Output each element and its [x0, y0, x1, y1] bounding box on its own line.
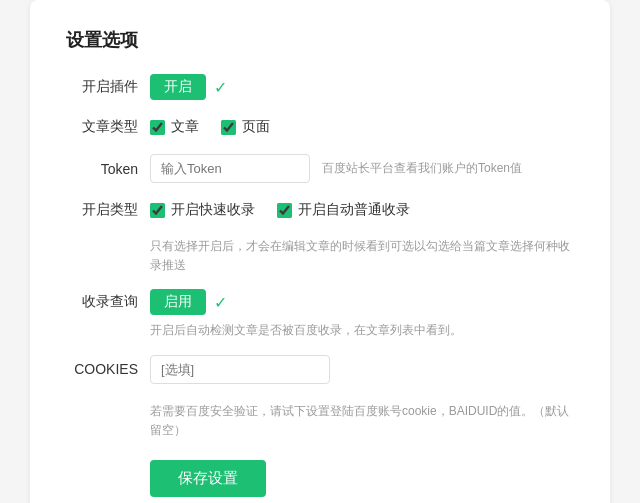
cookies-label: COOKIES: [66, 361, 138, 377]
token-hint: 百度站长平台查看我们账户的Token值: [322, 160, 522, 177]
open-hint-text: 只有选择开启后，才会在编辑文章的时候看到可选以勾选给当篇文章选择何种收录推送: [150, 237, 574, 275]
cookies-input[interactable]: [150, 355, 330, 384]
cookies-row: COOKIES: [66, 355, 574, 384]
token-input[interactable]: [150, 154, 310, 183]
fast-index-group[interactable]: 开启快速收录: [150, 201, 255, 219]
fast-index-checkbox[interactable]: [150, 203, 165, 218]
token-label: Token: [66, 161, 138, 177]
save-button[interactable]: 保存设置: [150, 460, 266, 497]
settings-card: 设置选项 开启插件 开启 ✓ 文章类型 文章 页面 Token 百度站长平台查看…: [30, 0, 610, 503]
collection-hint-text: 开启后自动检测文章是否被百度收录，在文章列表中看到。: [150, 321, 574, 340]
plugin-row: 开启插件 开启 ✓: [66, 74, 574, 100]
plugin-button[interactable]: 开启: [150, 74, 206, 100]
collection-row: 收录查询 启用 ✓: [66, 289, 574, 315]
auto-index-group[interactable]: 开启自动普通收录: [277, 201, 410, 219]
article-checkbox[interactable]: [150, 120, 165, 135]
article-checkbox-label: 文章: [171, 118, 199, 136]
collection-check-icon: ✓: [214, 293, 227, 312]
open-type-label: 开启类型: [66, 201, 138, 219]
collection-button[interactable]: 启用: [150, 289, 206, 315]
cookies-hint-text: 若需要百度安全验证，请试下设置登陆百度账号cookie，BAIDUID的值。（默…: [150, 402, 574, 440]
auto-index-checkbox[interactable]: [277, 203, 292, 218]
page-title: 设置选项: [66, 28, 574, 52]
page-checkbox[interactable]: [221, 120, 236, 135]
fast-index-label: 开启快速收录: [171, 201, 255, 219]
auto-index-label: 开启自动普通收录: [298, 201, 410, 219]
token-row: Token 百度站长平台查看我们账户的Token值: [66, 154, 574, 183]
page-checkbox-label: 页面: [242, 118, 270, 136]
plugin-label: 开启插件: [66, 78, 138, 96]
collection-label: 收录查询: [66, 293, 138, 311]
article-checkbox-group[interactable]: 文章: [150, 118, 199, 136]
article-type-label: 文章类型: [66, 118, 138, 136]
plugin-check-icon: ✓: [214, 78, 227, 97]
open-type-row: 开启类型 开启快速收录 开启自动普通收录: [66, 201, 574, 219]
page-checkbox-group[interactable]: 页面: [221, 118, 270, 136]
article-type-row: 文章类型 文章 页面: [66, 118, 574, 136]
